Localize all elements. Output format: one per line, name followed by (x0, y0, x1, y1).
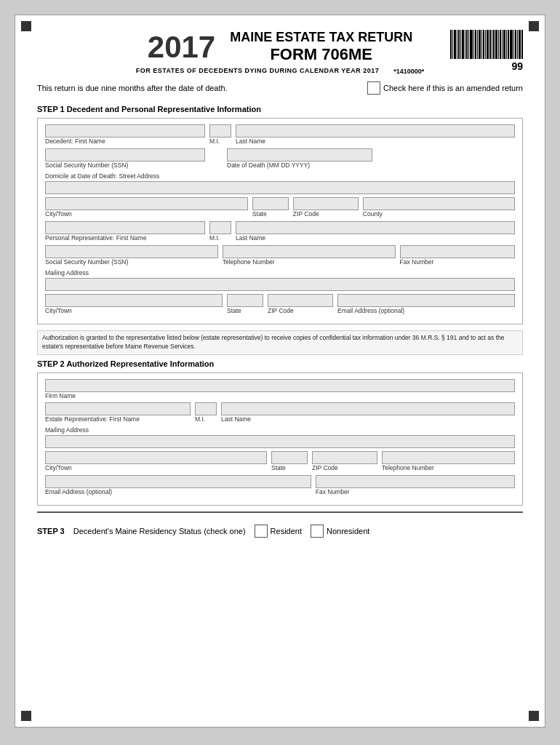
resident-label: Resident (271, 527, 302, 535)
decedent-last-name-group: Last Name (236, 124, 515, 146)
svg-rect-7 (465, 30, 465, 59)
step2-title: Authorized Representative Information (66, 359, 214, 368)
form-header: 2017 MAINE ESTATE TAX RETURN FORM 706ME (37, 30, 523, 64)
step2-email-label: Email Address (optional) (45, 488, 311, 495)
state-group: State (252, 197, 289, 218)
title-block: MAINE ESTATE TAX RETURN FORM 706ME (230, 30, 412, 64)
step2-zip-input[interactable] (312, 451, 377, 464)
pr-mi-input[interactable] (209, 221, 231, 234)
svg-rect-10 (470, 30, 473, 59)
pr-last-name-input[interactable] (236, 221, 515, 234)
svg-rect-27 (506, 30, 507, 59)
domicile-label: Domicile at Date of Death: Street Addres… (45, 172, 515, 180)
city-town-label: City/Town (45, 210, 248, 218)
er-last-name-input[interactable] (221, 402, 515, 415)
pr-first-name-input[interactable] (45, 221, 205, 234)
email-input[interactable] (337, 294, 515, 307)
nonresident-label: Nonresident (327, 527, 369, 535)
zip2-input[interactable] (268, 294, 333, 307)
auth-text: Authorization is granted to the represen… (37, 330, 523, 355)
pr-ssn-input[interactable] (45, 245, 218, 258)
step3-title: Decedent's Maine Residency Status (check… (73, 527, 246, 535)
decedent-mi-group: M.I. (209, 124, 231, 146)
section-separator (37, 511, 523, 513)
corner-mark-br (529, 711, 539, 721)
pr-last-name-label: Last Name (236, 234, 515, 242)
subtitle-line: FOR ESTATES OF DECEDENTS DYING DURING CA… (136, 67, 380, 74)
mailing-label-row: Mailing Address (45, 269, 515, 276)
step2-state-input[interactable] (271, 451, 308, 464)
dod-group: Date of Death (MM DD YYYY) (227, 148, 372, 170)
decedent-ssn-input[interactable] (45, 148, 205, 162)
date-of-death-input[interactable] (227, 148, 372, 162)
svg-rect-22 (495, 30, 497, 59)
step2-fax-input[interactable] (316, 475, 515, 488)
city-town2-group: City/Town (45, 294, 223, 315)
state-input[interactable] (252, 197, 289, 210)
decedent-last-name-label: Last Name (236, 138, 515, 145)
step1-header: STEP 1 Decedent and Personal Representat… (37, 105, 523, 113)
svg-rect-4 (458, 30, 460, 59)
step2-fax-label: Fax Number (316, 488, 515, 495)
er-first-name-group: Estate Representative: First Name (45, 402, 191, 423)
step2-label: STEP 2 (37, 359, 65, 368)
barcode-image (450, 30, 523, 59)
er-mi-group: M.I. (195, 402, 217, 423)
er-first-name-input[interactable] (45, 402, 191, 415)
mailing-address-input[interactable] (45, 278, 515, 291)
city-town-group: City/Town (45, 197, 248, 218)
pr-mi-label: M.I. (209, 234, 231, 242)
step2-telephone-input[interactable] (382, 451, 515, 464)
er-mi-input[interactable] (195, 402, 217, 415)
resident-check-item: Resident (255, 525, 302, 538)
email-label: Email Address (optional) (337, 307, 515, 314)
step2-mailing-address-input[interactable] (45, 435, 515, 448)
svg-rect-18 (487, 30, 489, 59)
nonresident-checkbox[interactable] (311, 525, 324, 538)
firm-name-label: Firm Name (45, 392, 515, 399)
telephone-group: Telephone Number (223, 245, 396, 266)
svg-rect-28 (508, 30, 509, 59)
firm-name-input[interactable] (45, 379, 515, 392)
svg-rect-16 (483, 30, 484, 59)
amended-checkbox[interactable] (367, 81, 380, 95)
telephone-input[interactable] (223, 245, 396, 258)
city-town-input[interactable] (45, 197, 248, 210)
resident-checkbox[interactable] (255, 525, 268, 538)
domicile-address-input[interactable] (45, 181, 515, 194)
step2-state-label: State (271, 464, 308, 471)
county-input[interactable] (363, 197, 515, 210)
svg-rect-29 (510, 30, 513, 59)
step2-city-input[interactable] (45, 451, 267, 464)
decedent-name-row: Decedent: First Name M.I. Last Name (45, 124, 515, 146)
step2-mailing-label: Mailing Address (45, 426, 515, 434)
pr-first-name-label: Personal Representative: First Name (45, 234, 205, 242)
year-display: 2017 (148, 32, 215, 63)
fax-label: Fax Number (400, 258, 516, 266)
step2-city-label: City/Town (45, 464, 267, 471)
svg-rect-15 (481, 30, 482, 59)
svg-rect-13 (477, 30, 478, 59)
svg-rect-30 (513, 30, 514, 59)
decedent-first-name-input[interactable] (45, 124, 205, 138)
svg-rect-24 (500, 30, 501, 59)
main-title: MAINE ESTATE TAX RETURN (230, 30, 412, 45)
svg-rect-25 (502, 30, 503, 59)
mailing-input-row (45, 278, 515, 291)
pr-name-row: Personal Representative: First Name M.I.… (45, 221, 515, 242)
step2-email-input[interactable] (45, 475, 311, 488)
firm-name-row: Firm Name (45, 379, 515, 399)
state2-input[interactable] (227, 294, 263, 307)
zip-input[interactable] (293, 197, 359, 210)
fax-input[interactable] (400, 245, 516, 258)
city-town2-input[interactable] (45, 294, 223, 307)
mailing-address-label: Mailing Address (45, 269, 515, 276)
step2-telephone-label: Telephone Number (382, 464, 515, 471)
svg-rect-1 (452, 30, 453, 59)
state2-group: State (227, 294, 263, 315)
due-date-text: This return is due nine months after the… (37, 84, 228, 92)
step2-header: STEP 2 Authorized Representative Informa… (37, 359, 523, 368)
ssn-dod-row: Social Security Number (SSN) Date of Dea… (45, 148, 515, 170)
decedent-mi-input[interactable] (209, 124, 231, 138)
decedent-last-name-input[interactable] (236, 124, 515, 138)
